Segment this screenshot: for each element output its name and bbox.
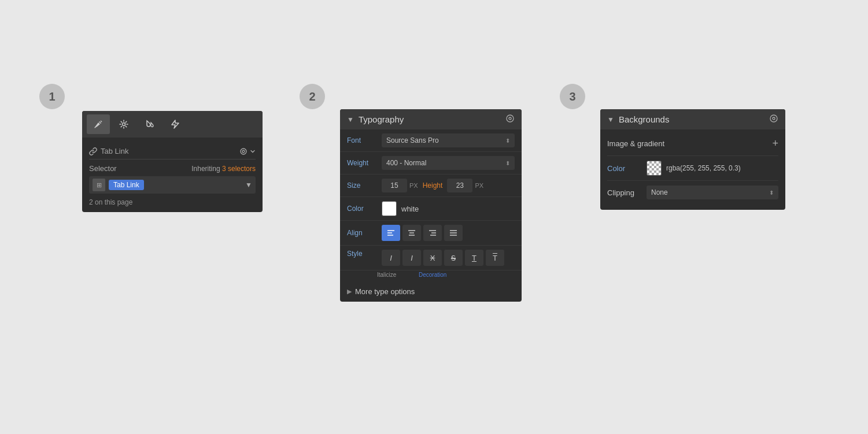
tab-link-pill: Tab Link <box>109 180 144 190</box>
font-select[interactable]: Source Sans Pro ⬍ <box>382 133 515 147</box>
typography-header: ▼ Typography <box>340 109 522 129</box>
italicize-sublabel: Italicize <box>377 272 396 278</box>
clipping-label: Clipping <box>607 188 642 197</box>
svg-point-1 <box>123 123 125 126</box>
height-label: Height <box>423 181 443 190</box>
color-label: Color <box>347 205 377 213</box>
style-sublabels: Italicize Decoration <box>340 270 522 281</box>
tab-link-actions <box>239 147 256 155</box>
selector-label: Selector <box>89 164 117 173</box>
align-row: Align <box>340 221 522 246</box>
more-options-label: More type options <box>355 287 415 296</box>
weight-row: Weight 400 - Normal ⬍ <box>340 152 522 175</box>
droplets-icon-btn[interactable] <box>138 114 161 134</box>
typography-title: Typography <box>359 114 404 124</box>
backgrounds-header-left: ▼ Backgrounds <box>607 114 669 124</box>
style-row: Style I I X S̶ T T <box>340 246 522 270</box>
height-unit: PX <box>475 182 483 189</box>
lightning-icon-btn[interactable] <box>163 114 186 134</box>
style-buttons: I I X S̶ T T <box>382 250 504 266</box>
svg-point-3 <box>242 150 245 153</box>
height-input[interactable] <box>447 179 472 192</box>
weight-select[interactable]: 400 - Normal ⬍ <box>382 156 515 170</box>
underline-btn[interactable]: T <box>465 250 483 266</box>
color-swatch[interactable] <box>382 201 397 216</box>
panel1-body: Tab Link Selector Inheriting 3 selectors <box>82 138 263 212</box>
tab-link-label: Tab Link <box>101 147 128 155</box>
step-badge-2: 2 <box>300 84 325 109</box>
tab-link-left: Tab Link <box>89 147 128 155</box>
brush-icon-btn[interactable] <box>87 114 110 134</box>
selector-chevron-icon: ▼ <box>245 181 252 189</box>
selector-icon: ⊞ <box>93 179 105 191</box>
backgrounds-header: ▼ Backgrounds <box>600 109 785 129</box>
font-label: Font <box>347 136 377 144</box>
tab-link-row: Tab Link <box>89 143 256 159</box>
weight-label: Weight <box>347 159 377 167</box>
size-input[interactable] <box>382 179 407 192</box>
backgrounds-title: Backgrounds <box>619 114 670 124</box>
gear-icon-btn[interactable] <box>112 114 135 134</box>
background-color-swatch[interactable] <box>647 161 662 176</box>
more-arrow-icon: ▶ <box>347 288 352 295</box>
svg-line-0 <box>101 121 102 122</box>
svg-point-5 <box>509 117 511 120</box>
align-buttons <box>382 225 463 241</box>
font-row: Font Source Sans Pro ⬍ <box>340 129 522 152</box>
align-label: Align <box>347 229 377 237</box>
more-type-options[interactable]: ▶ More type options <box>340 281 522 302</box>
collapse-arrow-icon[interactable]: ▼ <box>347 116 354 124</box>
size-label: Size <box>347 181 377 190</box>
height-input-group: PX <box>447 179 483 192</box>
svg-point-18 <box>770 115 777 122</box>
strikethrough2-btn[interactable]: S̶ <box>444 250 463 266</box>
panel3-body: Image & gradient + Color rgba(255, 255, … <box>600 129 785 210</box>
overline-btn[interactable]: T <box>486 250 504 266</box>
panel1-toolbar <box>82 111 263 138</box>
strikethrough-btn[interactable]: X <box>423 250 442 266</box>
clipping-row: Clipping None ⬍ <box>607 181 778 204</box>
clipping-select-arrow: ⬍ <box>769 190 774 196</box>
align-right-btn[interactable] <box>423 225 442 241</box>
color-row: Color white <box>340 197 522 221</box>
size-input-group: PX <box>382 179 418 192</box>
color-value: white <box>401 205 419 213</box>
background-color-label: Color <box>607 164 642 173</box>
backgrounds-collapse-icon[interactable]: ▼ <box>607 116 614 124</box>
add-gradient-btn[interactable]: + <box>772 138 778 150</box>
size-row: Size PX Height PX <box>340 175 522 197</box>
image-gradient-row: Image & gradient + <box>607 135 778 156</box>
background-color-value: rgba(255, 255, 255, 0.3) <box>666 164 741 172</box>
align-justify-btn[interactable] <box>444 225 463 241</box>
inheriting-text: Inheriting 3 selectors <box>191 165 256 173</box>
panel-typography: ▼ Typography Font Source Sans Pro ⬍ Weig… <box>340 109 522 302</box>
svg-point-19 <box>773 117 775 120</box>
panel-backgrounds: ▼ Backgrounds Image & gradient + Color r… <box>600 109 785 210</box>
panel-tab-link: Tab Link Selector Inheriting 3 selectors <box>82 111 263 212</box>
typography-header-left: ▼ Typography <box>347 114 404 124</box>
link-icon <box>89 147 97 155</box>
image-gradient-label: Image & gradient <box>607 139 664 148</box>
step-badge-3: 3 <box>560 84 585 109</box>
italic-btn[interactable]: I <box>382 250 400 266</box>
align-center-btn[interactable] <box>402 225 421 241</box>
selector-count: 3 selectors <box>222 165 256 173</box>
clipping-select[interactable]: None ⬍ <box>647 186 778 199</box>
page-count: 2 on this page <box>89 198 256 206</box>
svg-point-4 <box>507 115 514 122</box>
size-unit: PX <box>409 182 418 189</box>
backgrounds-header-icon[interactable] <box>769 114 778 125</box>
typography-header-icon[interactable] <box>505 114 515 125</box>
tab-link-selector[interactable]: ⊞ Tab Link ▼ <box>89 176 256 194</box>
italic2-btn[interactable]: I <box>402 250 421 266</box>
background-color-row: Color rgba(255, 255, 255, 0.3) <box>607 156 778 181</box>
decoration-sublabel: Decoration <box>419 272 437 278</box>
weight-select-arrow: ⬍ <box>505 160 510 166</box>
style-label: Style <box>347 250 377 258</box>
font-select-arrow: ⬍ <box>505 138 510 144</box>
selector-row: Selector Inheriting 3 selectors <box>89 159 256 176</box>
align-left-btn[interactable] <box>382 225 400 241</box>
step-badge-1: 1 <box>39 84 65 109</box>
style-section: Style I I X S̶ T T Italicize Decoration <box>340 246 522 281</box>
target-icon <box>239 147 248 155</box>
